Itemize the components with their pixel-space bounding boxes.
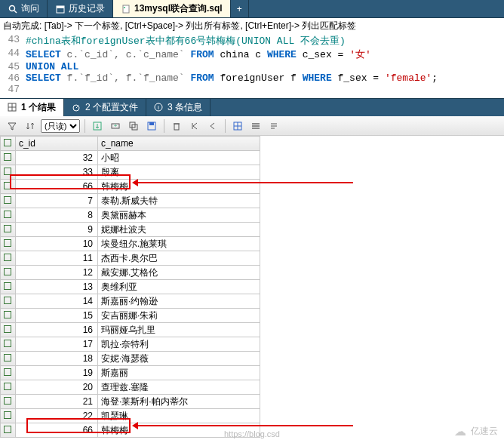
cell-cname[interactable]: 奥黛丽赫本 (97, 208, 260, 223)
table-row[interactable]: 15安吉丽娜·朱莉 (1, 309, 260, 323)
cell-cname[interactable]: 泰勒.斯威夫特 (97, 194, 260, 208)
cell-cid[interactable]: 33 (15, 165, 97, 180)
cell-cname[interactable]: 埃曼纽尔.施莱琪 (97, 237, 260, 251)
table-row[interactable]: 13奥维利亚 (1, 280, 260, 294)
row-checkbox[interactable] (1, 309, 16, 323)
delete-icon[interactable] (169, 118, 184, 134)
row-checkbox[interactable] (1, 251, 16, 266)
form-view-icon[interactable] (248, 118, 263, 134)
cell-cname[interactable]: 安吉丽娜·朱莉 (97, 309, 260, 323)
cell-cname[interactable]: 凯瑟琳 (97, 409, 260, 423)
sort-icon[interactable] (23, 118, 38, 134)
cell-cid[interactable]: 11 (15, 251, 97, 266)
duplicate-icon[interactable] (126, 118, 141, 134)
table-row[interactable]: 19斯嘉丽 (1, 366, 260, 380)
cell-cname[interactable]: 玛丽娅乌扎里 (97, 323, 260, 337)
cell-cid[interactable]: 13 (15, 280, 97, 294)
table-row[interactable]: 9妮娜杜波夫 (1, 223, 260, 237)
table-row[interactable]: 21海登·莱斯利·帕内蒂尔 (1, 395, 260, 409)
cell-cid[interactable]: 8 (15, 208, 97, 223)
filter-icon[interactable] (5, 118, 20, 134)
column-header-cid[interactable]: c_id (15, 137, 97, 151)
table-row[interactable]: 14斯嘉丽·约翰逊 (1, 294, 260, 309)
cell-cid[interactable]: 16 (15, 323, 97, 337)
cell-cname[interactable]: 凯拉·奈特利 (97, 337, 260, 352)
cell-cid[interactable]: 21 (15, 395, 97, 409)
cell-cid[interactable]: 12 (15, 266, 97, 280)
cell-cid[interactable]: 32 (15, 151, 97, 165)
cell-cid[interactable]: 9 (15, 223, 97, 237)
row-checkbox[interactable] (1, 337, 16, 352)
row-checkbox[interactable] (1, 180, 16, 194)
cell-cname[interactable]: 奥维利亚 (97, 280, 260, 294)
table-row[interactable]: 66韩梅梅 (1, 423, 260, 438)
table-row[interactable]: 17凯拉·奈特利 (1, 337, 260, 352)
cell-cid[interactable]: 66 (15, 423, 97, 438)
table-row[interactable]: 12戴安娜.艾格伦 (1, 266, 260, 280)
tab-query[interactable]: 询问 (0, 0, 48, 17)
cell-cid[interactable]: 7 (15, 194, 97, 208)
cell-cid[interactable]: 17 (15, 337, 97, 352)
cell-cname[interactable]: 戴安娜.艾格伦 (97, 266, 260, 280)
table-row[interactable]: 66韩梅梅 (1, 180, 260, 194)
tab-history[interactable]: 历史记录 (48, 0, 113, 17)
table-row[interactable]: 18安妮·海瑟薇 (1, 352, 260, 366)
row-checkbox[interactable] (1, 380, 16, 395)
tab-file[interactable]: 13mysql联合查询.sql (113, 0, 231, 17)
table-row[interactable]: 33殷离 (1, 165, 260, 180)
cell-cname[interactable]: 小昭 (97, 151, 260, 165)
cell-cid[interactable]: 20 (15, 380, 97, 395)
row-checkbox[interactable] (1, 409, 16, 423)
row-checkbox[interactable] (1, 352, 16, 366)
table-row[interactable]: 32小昭 (1, 151, 260, 165)
first-icon[interactable] (187, 118, 202, 134)
add-row-icon[interactable]: + (108, 118, 123, 134)
row-checkbox[interactable] (1, 395, 16, 409)
save-icon[interactable] (144, 118, 159, 134)
cell-cname[interactable]: 殷离 (97, 165, 260, 180)
mode-select[interactable]: (只读) (41, 119, 80, 133)
cell-cname[interactable]: 海登·莱斯利·帕内蒂尔 (97, 395, 260, 409)
tab-results[interactable]: 1 个结果 (0, 99, 64, 116)
row-checkbox[interactable] (1, 423, 16, 438)
cell-cname[interactable]: 韩梅梅 (97, 180, 260, 194)
sql-editor[interactable]: 43#china表和foreignUser表中都有66号韩梅梅(UNION AL… (0, 34, 504, 95)
row-checkbox[interactable] (1, 165, 16, 180)
row-checkbox[interactable] (1, 294, 16, 309)
text-view-icon[interactable] (266, 118, 281, 134)
row-checkbox[interactable] (1, 366, 16, 380)
tab-info[interactable]: i 3 条信息 (146, 99, 211, 116)
cell-cid[interactable]: 14 (15, 294, 97, 309)
column-header-cname[interactable]: c_name (97, 137, 260, 151)
table-row[interactable]: 16玛丽娅乌扎里 (1, 323, 260, 337)
cell-cid[interactable]: 10 (15, 237, 97, 251)
cell-cname[interactable]: 查理兹.塞隆 (97, 380, 260, 395)
export-icon[interactable] (90, 118, 105, 134)
select-all-checkbox[interactable] (1, 137, 16, 151)
row-checkbox[interactable] (1, 194, 16, 208)
row-checkbox[interactable] (1, 280, 16, 294)
row-checkbox[interactable] (1, 223, 16, 237)
row-checkbox[interactable] (1, 323, 16, 337)
row-checkbox[interactable] (1, 208, 16, 223)
table-row[interactable]: 11杰西卡.奥尔巴 (1, 251, 260, 266)
table-row[interactable]: 20查理兹.塞隆 (1, 380, 260, 395)
cell-cname[interactable]: 安妮·海瑟薇 (97, 352, 260, 366)
prev-icon[interactable] (205, 118, 220, 134)
cell-cid[interactable]: 15 (15, 309, 97, 323)
cell-cname[interactable]: 杰西卡.奥尔巴 (97, 251, 260, 266)
row-checkbox[interactable] (1, 266, 16, 280)
tab-profiles[interactable]: 2 个配置文件 (64, 99, 146, 116)
row-checkbox[interactable] (1, 237, 16, 251)
cell-cid[interactable]: 22 (15, 409, 97, 423)
results-grid[interactable]: c_id c_name 32小昭33殷离66韩梅梅7泰勒.斯威夫特8奥黛丽赫本9… (0, 136, 260, 438)
cell-cname[interactable]: 斯嘉丽 (97, 366, 260, 380)
cell-cid[interactable]: 66 (15, 180, 97, 194)
table-row[interactable]: 8奥黛丽赫本 (1, 208, 260, 223)
cell-cname[interactable]: 斯嘉丽·约翰逊 (97, 294, 260, 309)
table-row[interactable]: 7泰勒.斯威夫特 (1, 194, 260, 208)
cell-cname[interactable]: 妮娜杜波夫 (97, 223, 260, 237)
tab-add[interactable]: + (231, 0, 249, 17)
cell-cid[interactable]: 18 (15, 352, 97, 366)
table-row[interactable]: 22凯瑟琳 (1, 409, 260, 423)
